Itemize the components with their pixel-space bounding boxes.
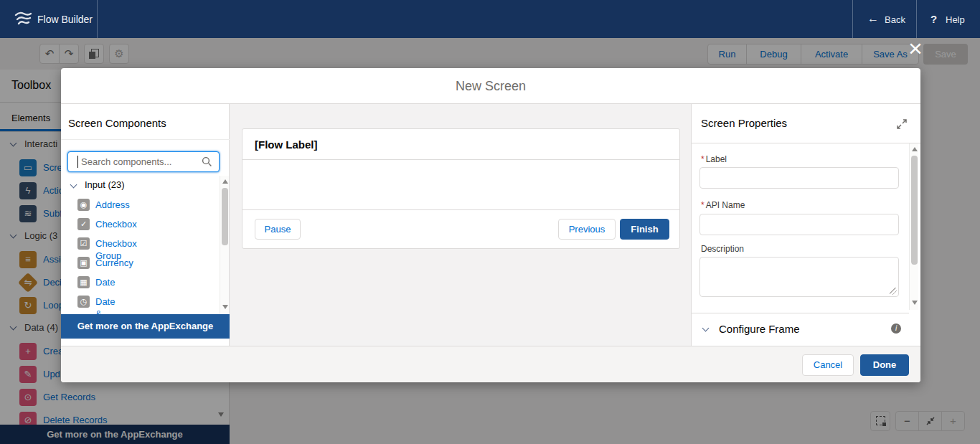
api-name-field[interactable]: [699, 214, 899, 235]
search-components-input[interactable]: [67, 151, 220, 172]
currency-icon: ▣: [77, 257, 90, 269]
done-button[interactable]: Done: [860, 354, 909, 376]
modal-close-button[interactable]: ×: [903, 36, 928, 62]
checkbox-icon: ✓: [77, 218, 90, 230]
help-button[interactable]: Help: [946, 14, 965, 25]
divider: [61, 139, 230, 140]
modal-title: New Screen: [61, 68, 920, 104]
app-title: Flow Builder: [37, 14, 93, 25]
properties-scrollbar[interactable]: [909, 143, 918, 310]
components-appexchange-banner[interactable]: Get more on the AppExchange: [61, 314, 230, 339]
header-divider: [916, 0, 917, 38]
close-icon: ×: [908, 34, 923, 62]
pause-button[interactable]: Pause: [255, 219, 301, 240]
component-item-label: Date: [95, 276, 115, 288]
component-item-date[interactable]: ▦ Date: [77, 276, 90, 288]
required-marker: *: [701, 154, 705, 164]
properties-panel-title: Screen Properties: [701, 117, 787, 129]
scroll-up-arrow[interactable]: [912, 147, 918, 151]
component-item-label: Address: [95, 199, 130, 211]
flow-label-heading: [Flow Label]: [255, 138, 318, 151]
cancel-button[interactable]: Cancel: [802, 354, 854, 376]
scrollbar-thumb[interactable]: [911, 156, 918, 265]
api-name-field-label: *API Name: [701, 200, 745, 210]
divider: [242, 159, 679, 160]
chevron-down-icon[interactable]: [702, 325, 710, 332]
component-item-address[interactable]: ◉ Address: [77, 199, 90, 211]
expand-panel-icon[interactable]: [896, 118, 908, 130]
scroll-up-arrow[interactable]: [222, 179, 228, 184]
finish-button[interactable]: Finish: [620, 219, 669, 240]
divider: [692, 313, 909, 313]
input-group-label[interactable]: Input (23): [85, 179, 125, 190]
scroll-down-arrow[interactable]: [222, 305, 228, 309]
flow-builder-logo-icon: [14, 11, 32, 29]
components-panel-title: Screen Components: [68, 117, 166, 129]
divider: [242, 209, 679, 210]
component-item-label: Checkbox: [95, 218, 137, 230]
component-item-date-time[interactable]: ◷ Date & Time: [77, 296, 90, 308]
component-item-checkbox-group[interactable]: ☑ Checkbox Group: [77, 237, 90, 250]
map-pin-icon: ◉: [77, 199, 90, 211]
modal-footer: Cancel Done: [61, 346, 920, 382]
required-marker: *: [701, 200, 705, 210]
calendar-icon: ▦: [77, 276, 90, 288]
previous-button[interactable]: Previous: [558, 219, 616, 240]
checkbox-group-icon: ☑: [77, 237, 90, 250]
label-field[interactable]: [699, 167, 899, 189]
scrollbar-thumb[interactable]: [222, 188, 228, 245]
info-icon[interactable]: i: [891, 323, 901, 334]
component-item-checkbox[interactable]: ✓ Checkbox: [77, 218, 90, 230]
component-item-label: Currency: [95, 257, 133, 269]
new-screen-modal: New Screen Screen Components Input (23) …: [61, 68, 920, 382]
back-button[interactable]: Back: [885, 14, 905, 25]
scroll-down-arrow[interactable]: [912, 301, 918, 305]
flow-builder-screen: Flow Builder ← Back ? Help ↶ ↷ ⚙ Run Deb…: [0, 0, 980, 444]
back-arrow-icon[interactable]: ←: [867, 14, 879, 24]
app-header: Flow Builder ← Back ? Help: [0, 0, 980, 38]
description-field[interactable]: [699, 257, 899, 297]
header-divider: [97, 0, 98, 38]
help-icon[interactable]: ?: [930, 13, 937, 25]
header-divider: [852, 0, 853, 38]
divider: [691, 104, 692, 346]
divider: [692, 143, 920, 143]
description-field-label: Description: [701, 244, 744, 254]
components-scrollbar[interactable]: [220, 176, 229, 314]
configure-frame-section[interactable]: Configure Frame: [719, 323, 800, 335]
label-field-label: *Label: [701, 154, 727, 164]
textarea-resize-handle[interactable]: [890, 288, 897, 295]
screen-preview-card: [Flow Label] Pause Previous Finish: [242, 128, 680, 249]
calendar-clock-icon: ◷: [77, 296, 90, 308]
screen-preview-canvas: [Flow Label] Pause Previous Finish: [230, 104, 691, 346]
search-icon: [202, 156, 212, 167]
component-item-currency[interactable]: ▣ Currency: [77, 257, 90, 269]
text-caret: [77, 156, 78, 168]
